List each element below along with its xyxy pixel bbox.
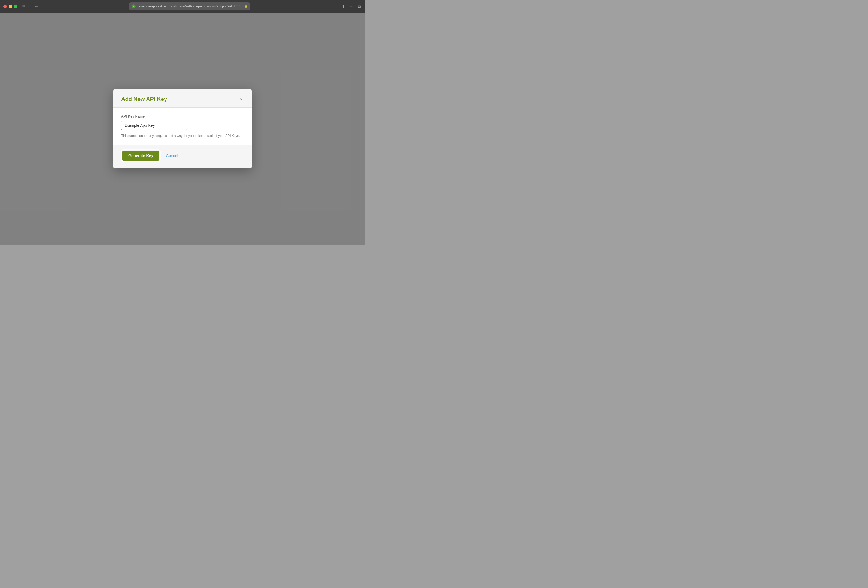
site-favicon: B: [132, 4, 136, 8]
cancel-button[interactable]: Cancel: [166, 154, 178, 158]
form-hint-text: This name can be anything. It's just a w…: [121, 133, 244, 138]
api-key-name-label: API Key Name: [121, 114, 244, 118]
sidebar-toggle-icon[interactable]: ⊞: [22, 4, 25, 9]
back-button[interactable]: ←: [34, 4, 39, 9]
url-text: exampleapptest.bamboohr.com/settings/per…: [137, 4, 243, 8]
browser-actions: ⬆ + ⧉: [340, 3, 362, 10]
minimize-traffic-light[interactable]: [9, 5, 12, 8]
new-tab-button[interactable]: +: [349, 3, 354, 10]
dialog-title: Add New API Key: [121, 96, 167, 102]
api-key-name-input[interactable]: [121, 121, 187, 130]
modal-overlay: Add New API Key × API Key Name This name…: [0, 13, 365, 245]
share-button[interactable]: ⬆: [340, 3, 346, 10]
add-api-key-dialog: Add New API Key × API Key Name This name…: [114, 89, 251, 168]
page-background: Add New API Key × API Key Name This name…: [0, 13, 365, 245]
lock-icon: 🔒: [244, 5, 248, 8]
window-controls: ⊞ ⌄ ←: [22, 4, 39, 9]
generate-key-button-wrapper: Generate Key: [121, 150, 160, 162]
dialog-close-button[interactable]: ×: [239, 96, 244, 103]
dialog-header: Add New API Key ×: [114, 89, 251, 108]
generate-key-button[interactable]: Generate Key: [122, 151, 159, 161]
dialog-footer: Generate Key Cancel: [114, 145, 251, 168]
tab-overview-button[interactable]: ⧉: [356, 3, 362, 10]
address-bar-container: B exampleapptest.bamboohr.com/settings/p…: [41, 3, 338, 10]
fullscreen-traffic-light[interactable]: [14, 5, 18, 8]
dialog-body: API Key Name This name can be anything. …: [114, 108, 251, 145]
address-bar[interactable]: B exampleapptest.bamboohr.com/settings/p…: [129, 3, 250, 10]
close-traffic-light[interactable]: [3, 5, 7, 8]
browser-chrome: ⊞ ⌄ ← B exampleapptest.bamboohr.com/sett…: [0, 0, 365, 13]
chevron-down-icon[interactable]: ⌄: [27, 4, 30, 9]
traffic-lights: [3, 5, 18, 8]
